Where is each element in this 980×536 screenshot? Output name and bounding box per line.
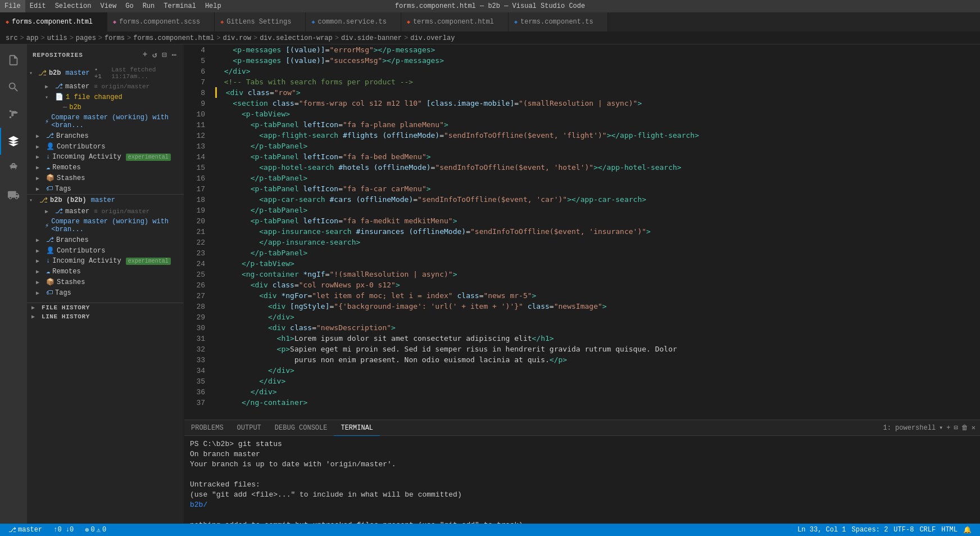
menu-run[interactable]: Run xyxy=(138,0,160,12)
sidebar: REPOSITORIES + ↺ ⊟ ⋯ ▾ ⎇ b2b master • +1… xyxy=(27,44,184,524)
tab-gitlens[interactable]: ◈ GitLens Settings × xyxy=(215,12,306,31)
breadcrumb-file[interactable]: forms.component.html xyxy=(133,34,214,42)
sidebar-more-icon[interactable]: ⋯ xyxy=(171,49,178,61)
breadcrumb-overlay[interactable]: div.overlay xyxy=(410,34,455,42)
sidebar-file-item[interactable]: ─ b2b xyxy=(27,102,184,112)
status-language[interactable]: HTML xyxy=(938,524,960,536)
repo-b2b-header[interactable]: ▾ ⎇ b2b master • +1 Last fetched 11:17am… xyxy=(27,65,184,81)
sidebar-item-tags2[interactable]: ▶ 🏷 Tags xyxy=(27,287,184,298)
code-editor[interactable]: <p-messages [(value)]="errorMsg"></p-mes… xyxy=(210,44,980,420)
tab-common-ts[interactable]: ◆ common.service.ts × xyxy=(306,12,401,31)
status-encoding[interactable]: UTF-8 xyxy=(891,524,917,536)
activity-search[interactable] xyxy=(0,74,27,101)
menu-selection[interactable]: Selection xyxy=(51,0,96,12)
terminal-line-1: PS C:\b2b> git status xyxy=(190,439,974,449)
sidebar-scroll[interactable]: ▾ ⎇ b2b master • +1 Last fetched 11:17am… xyxy=(27,65,184,524)
sidebar-item-remotes[interactable]: ▶ ☁ Remotes xyxy=(27,162,184,173)
terminal-label[interactable]: 1: powershell xyxy=(883,424,936,432)
panel-split-icon[interactable]: ⊟ xyxy=(954,424,958,432)
incoming2-badge: experimental xyxy=(126,258,171,265)
breadcrumb-app[interactable]: app xyxy=(26,34,39,42)
master-icon: ⎇ xyxy=(55,82,63,91)
sidebar-add-icon[interactable]: + xyxy=(142,49,149,61)
panel-tab-output[interactable]: OUTPUT xyxy=(230,420,268,436)
branches2-icon: ⎇ xyxy=(46,236,54,244)
status-branch[interactable]: ⎇ master xyxy=(6,524,45,536)
sidebar-section-file-history[interactable]: ▶ FILE HISTORY xyxy=(27,303,184,312)
panel-close-icon[interactable]: ✕ xyxy=(972,424,976,432)
sidebar-item-compare2[interactable]: ⚡ Compare master (working) with <bran... xyxy=(27,217,184,235)
menu-view[interactable]: View xyxy=(96,0,121,12)
tab-terms-ts[interactable]: ◆ terms.component.ts × xyxy=(509,12,608,31)
sidebar-item-remotes2[interactable]: ▶ ☁ Remotes xyxy=(27,266,184,277)
status-feedback[interactable]: 🔔 xyxy=(960,524,974,536)
activity-debug[interactable] xyxy=(0,155,27,182)
sidebar-item-stashes[interactable]: ▶ 📦 Stashes xyxy=(27,173,184,183)
status-sync[interactable]: ↑0 ↓0 xyxy=(51,524,76,536)
menu-terminal[interactable]: Terminal xyxy=(159,0,201,12)
sidebar-item-contributors2[interactable]: ▶ 👤 Contributors xyxy=(27,245,184,256)
remotes-icon: ☁ xyxy=(46,163,50,172)
activity-extensions[interactable] xyxy=(0,182,27,209)
panel-tab-debug[interactable]: DEBUG CONSOLE xyxy=(268,420,334,436)
sidebar-item-stashes2[interactable]: ▶ 📦 Stashes xyxy=(27,277,184,287)
tab-forms-html[interactable]: ◆ forms.component.html × xyxy=(0,12,107,31)
sidebar-item-master2[interactable]: ▶ ⎇ master ≡ origin/master xyxy=(27,206,184,217)
contributors-arrow: ▶ xyxy=(36,143,44,150)
sidebar-item-file-changed[interactable]: ▾ 📄 1 file changed xyxy=(27,92,184,102)
status-eol[interactable]: CRLF xyxy=(917,524,938,536)
tab-label: forms.component.html xyxy=(12,18,93,26)
breadcrumb-side-banner[interactable]: div.side-banner xyxy=(341,34,402,42)
breadcrumb-pages[interactable]: pages xyxy=(76,34,96,42)
menu-go[interactable]: Go xyxy=(121,0,138,12)
sidebar-refresh-icon[interactable]: ↺ xyxy=(151,49,158,61)
contributors-icon: 👤 xyxy=(46,142,55,151)
tags-label: Tags xyxy=(55,185,71,193)
terminal-content[interactable]: PS C:\b2b> git status On branch master Y… xyxy=(184,436,980,524)
sidebar-item-branches[interactable]: ▶ ⎇ Branches xyxy=(27,130,184,141)
stashes-arrow: ▶ xyxy=(36,175,44,182)
repo-b2b2-header[interactable]: ▾ ⎇ b2b (b2b) master xyxy=(27,195,184,206)
panel-trash-icon[interactable]: 🗑 xyxy=(961,424,968,432)
sidebar-item-contributors[interactable]: ▶ 👤 Contributors xyxy=(27,141,184,152)
breadcrumb-forms[interactable]: forms xyxy=(105,34,125,42)
branches-icon: ⎇ xyxy=(46,132,54,140)
sidebar-collapse-icon[interactable]: ⊟ xyxy=(161,49,168,61)
activity-explorer[interactable] xyxy=(0,47,27,74)
sidebar-item-incoming[interactable]: ▶ ↓ Incoming Activity experimental xyxy=(27,152,184,162)
code-line-4: <p-messages [(value)]="errorMsg"></p-mes… xyxy=(215,44,974,55)
ts-icon: ◆ xyxy=(311,19,315,25)
position-text: Ln 33, Col 1 xyxy=(797,526,846,534)
code-line-17: <p-tabPanel leftIcon="fa fa-car carMenu"… xyxy=(215,183,974,194)
breadcrumb-div-row[interactable]: div.row xyxy=(223,34,251,42)
repo-b2b2-arrow: ▾ xyxy=(29,197,37,204)
breadcrumb-selection-wrap[interactable]: div.selection-wrap xyxy=(260,34,333,42)
status-position[interactable]: Ln 33, Col 1 xyxy=(795,524,849,536)
sidebar-item-compare[interactable]: ⚡ Compare master (working) with <bran... xyxy=(27,112,184,130)
activity-gitlens[interactable] xyxy=(0,128,27,155)
scss-icon: ◆ xyxy=(113,19,116,25)
activity-git[interactable] xyxy=(0,101,27,128)
sidebar-item-branches2[interactable]: ▶ ⎇ Branches xyxy=(27,235,184,245)
line-history-label: LINE HISTORY xyxy=(42,313,90,320)
panel-add-icon[interactable]: + xyxy=(946,424,950,432)
sidebar-item-master[interactable]: ▶ ⎇ master ≡ origin/master xyxy=(27,81,184,92)
status-spaces[interactable]: Spaces: 2 xyxy=(849,524,891,536)
panel-tab-terminal[interactable]: TERMINAL xyxy=(334,420,380,436)
encoding-text: UTF-8 xyxy=(893,526,914,534)
errors-count: 0 xyxy=(90,526,94,534)
status-errors[interactable]: ⊗ 0 ⚠ 0 xyxy=(82,524,109,536)
tab-terms-html[interactable]: ◆ terms.component.html × xyxy=(401,12,509,31)
code-line-7: <!-- Tabs with search forms per product … xyxy=(215,76,974,87)
menu-file[interactable]: File xyxy=(0,0,25,12)
sidebar-section-line-history[interactable]: ▶ LINE HISTORY xyxy=(27,312,184,321)
menu-help[interactable]: Help xyxy=(201,0,226,12)
menu-edit[interactable]: Edit xyxy=(25,0,51,12)
breadcrumb-utils[interactable]: utils xyxy=(47,34,67,42)
tab-forms-scss[interactable]: ◆ forms.component.scss × xyxy=(107,12,215,31)
terminal-dropdown-icon[interactable]: ▾ xyxy=(939,424,943,432)
sidebar-item-tags[interactable]: ▶ 🏷 Tags xyxy=(27,183,184,194)
sidebar-item-incoming2[interactable]: ▶ ↓ Incoming Activity experimental xyxy=(27,256,184,266)
breadcrumb-src[interactable]: src xyxy=(6,34,18,42)
panel-tab-problems[interactable]: PROBLEMS xyxy=(184,420,230,436)
